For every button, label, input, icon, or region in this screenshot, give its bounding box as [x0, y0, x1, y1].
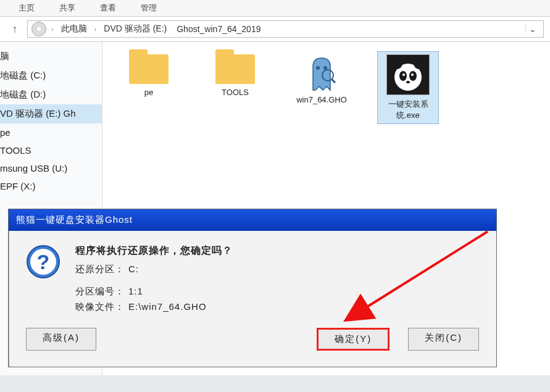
file-item-gho[interactable]: win7_64.GHO: [294, 54, 349, 104]
partition-label: 还原分区：: [75, 264, 125, 275]
svg-text:?: ?: [37, 250, 50, 273]
svg-point-6: [391, 58, 402, 69]
crumb-this-pc[interactable]: 此电脑: [59, 22, 90, 36]
file-label: TOOLS: [207, 88, 263, 97]
address-field[interactable]: › 此电脑 › DVD 驱动器 (E:) Ghost_win7_64_2019 …: [27, 20, 544, 38]
dialog-message: 程序将执行还原操作，您确定吗？ 还原分区： C: 分区编号： 1:1 映像文件：…: [75, 244, 479, 317]
partition-value: C:: [128, 264, 139, 275]
file-item-folder[interactable]: TOOLS: [207, 54, 263, 97]
chevron-right-icon: ›: [51, 25, 54, 33]
svg-point-8: [399, 71, 407, 81]
dialog-title: 熊猫一键硬盘安装器Ghost: [9, 209, 496, 231]
folder-icon: [129, 54, 169, 84]
menu-bar: 主页 共享 查看 管理: [0, 0, 550, 17]
file-item-exe-selected[interactable]: 一键安装系统.exe: [378, 52, 438, 123]
menu-view[interactable]: 查看: [100, 2, 116, 14]
svg-point-1: [323, 66, 327, 70]
dialog-text: 程序将执行还原操作，您确定吗？: [75, 244, 479, 257]
menu-home[interactable]: 主页: [19, 2, 35, 14]
file-label: win7_64.GHO: [294, 95, 349, 104]
sidebar-item[interactable]: 地磁盘 (C:): [0, 66, 102, 85]
svg-point-9: [409, 71, 417, 81]
partno-label: 分区编号：: [75, 286, 125, 298]
file-label: 一键安装系统.exe: [380, 99, 436, 121]
address-bar: ↑ › 此电脑 › DVD 驱动器 (E:) Ghost_win7_64_201…: [0, 17, 550, 42]
svg-point-10: [402, 73, 405, 76]
image-value: E:\win7_64.GHO: [128, 301, 207, 313]
sidebar-item[interactable]: 脑: [0, 47, 102, 66]
svg-point-0: [316, 66, 320, 70]
close-button[interactable]: 关闭(C): [408, 328, 479, 351]
sidebar-item[interactable]: TOOLS: [0, 141, 102, 159]
ghost-icon: [307, 54, 336, 91]
crumb-drive[interactable]: DVD 驱动器 (E:): [101, 22, 169, 36]
menu-manage[interactable]: 管理: [141, 2, 157, 14]
folder-icon: [215, 54, 255, 84]
svg-point-12: [406, 81, 410, 83]
dropdown-icon[interactable]: ⌄: [525, 24, 540, 34]
menu-share[interactable]: 共享: [59, 2, 75, 14]
panda-icon: [386, 54, 430, 95]
svg-point-11: [411, 73, 414, 76]
partno-value: 1:1: [128, 286, 143, 298]
sidebar-item[interactable]: EPF (X:): [0, 177, 102, 195]
svg-line-3: [331, 79, 335, 83]
ok-button[interactable]: 确定(Y): [317, 328, 390, 351]
sidebar-item[interactable]: pe: [0, 123, 102, 141]
sidebar-item[interactable]: msung USB (U:): [0, 159, 102, 177]
sidebar-item[interactable]: 地磁盘 (D:): [0, 85, 102, 104]
file-item-folder[interactable]: pe: [121, 54, 177, 97]
file-label: pe: [121, 88, 177, 97]
question-icon: ?: [26, 244, 60, 279]
disc-icon: [31, 22, 46, 36]
advanced-button[interactable]: 高级(A): [26, 328, 96, 351]
svg-point-7: [414, 58, 425, 69]
sidebar-item-selected[interactable]: VD 驱动器 (E:) Gh: [0, 104, 102, 123]
nav-up-icon[interactable]: ↑: [6, 20, 23, 38]
image-label: 映像文件：: [75, 301, 125, 313]
dialog: 熊猫一键硬盘安装器Ghost ? 程序将执行还原操作，您确定吗？ 还原分区： C…: [8, 209, 497, 367]
crumb-folder[interactable]: Ghost_win7_64_2019: [174, 23, 263, 35]
chevron-right-icon: ›: [94, 25, 97, 33]
